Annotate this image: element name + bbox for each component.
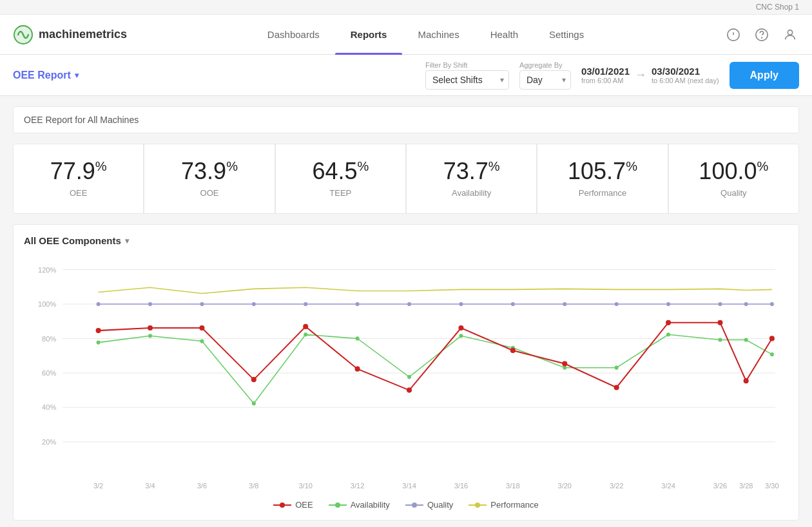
svg-point-37: [200, 302, 204, 306]
svg-point-60: [615, 366, 619, 370]
svg-point-47: [718, 302, 722, 306]
svg-point-83: [335, 503, 340, 508]
chart-header[interactable]: All OEE Components ▾: [24, 235, 788, 246]
apply-button[interactable]: Apply: [730, 62, 799, 89]
date-range: 03/01/2021 from 6:00 AM → 03/30/2021 to …: [581, 66, 719, 84]
svg-text:3/4: 3/4: [145, 482, 155, 490]
svg-text:40%: 40%: [42, 403, 56, 411]
notifications-icon[interactable]: [724, 26, 742, 44]
svg-point-65: [96, 328, 101, 333]
svg-point-42: [459, 302, 463, 306]
svg-point-49: [770, 302, 774, 306]
svg-text:3/14: 3/14: [402, 482, 416, 490]
report-title-dropdown[interactable]: OEE Report ▾: [13, 70, 79, 81]
svg-point-74: [562, 361, 567, 366]
svg-point-77: [717, 320, 722, 325]
svg-point-68: [251, 377, 256, 382]
svg-point-56: [407, 375, 411, 379]
logo[interactable]: machinemetrics: [13, 24, 127, 45]
svg-point-50: [97, 341, 101, 345]
nav-settings[interactable]: Settings: [534, 15, 599, 55]
metric-oee-label: OEE: [26, 188, 130, 198]
date-from: 03/01/2021: [581, 66, 630, 77]
svg-text:3/20: 3/20: [557, 482, 572, 490]
metric-oee: 77.9% OEE: [13, 144, 144, 214]
legend-performance-label: Performance: [490, 500, 538, 510]
help-icon[interactable]: [753, 26, 771, 44]
metric-quality-value: 100.0%: [682, 160, 786, 183]
svg-point-61: [666, 332, 670, 336]
chart-section: All OEE Components ▾ .grid-line { stroke…: [13, 224, 799, 521]
svg-point-63: [744, 338, 748, 341]
svg-point-87: [475, 503, 480, 508]
svg-text:80%: 80%: [42, 334, 56, 342]
date-from-sub: from 6:00 AM: [581, 77, 623, 84]
svg-point-53: [252, 401, 256, 405]
svg-point-54: [304, 332, 307, 336]
metric-cards: 77.9% OEE 73.9% OOE 64.5% TEEP 73.7% Ava…: [13, 144, 799, 214]
svg-point-6: [762, 37, 762, 38]
svg-point-35: [97, 302, 101, 306]
svg-text:3/16: 3/16: [454, 482, 469, 490]
svg-point-81: [280, 503, 285, 508]
svg-point-48: [744, 302, 748, 306]
nav-dashboards[interactable]: Dashboards: [252, 15, 335, 55]
svg-point-39: [304, 302, 307, 306]
date-from-block[interactable]: 03/01/2021 from 6:00 AM: [581, 66, 630, 84]
report-title-chevron: ▾: [75, 71, 79, 80]
chart-container: .grid-line { stroke: #e8e8e8; stroke-wid…: [24, 256, 788, 495]
nav-health[interactable]: Health: [475, 15, 534, 55]
date-to-block[interactable]: 03/30/2021 to 6:00 AM (next day): [652, 66, 719, 84]
metric-quality: 100.0% Quality: [668, 144, 799, 214]
svg-text:20%: 20%: [42, 438, 56, 446]
svg-point-41: [407, 302, 411, 306]
svg-point-69: [303, 324, 308, 329]
shift-select[interactable]: Select Shifts: [425, 70, 509, 90]
aggregate-filter: Aggregate By Day: [519, 61, 571, 90]
availability-line: [99, 334, 772, 403]
svg-text:3/30: 3/30: [765, 482, 779, 490]
svg-text:60%: 60%: [42, 369, 56, 377]
aggregate-select[interactable]: Day: [519, 70, 571, 90]
user-icon[interactable]: [781, 26, 799, 44]
svg-point-71: [407, 388, 412, 393]
svg-text:3/18: 3/18: [506, 482, 520, 490]
legend-oee: OEE: [273, 500, 313, 510]
metric-teep: 64.5% TEEP: [275, 144, 406, 214]
svg-text:3/12: 3/12: [351, 482, 365, 490]
date-arrow: →: [635, 68, 646, 82]
date-to-sub: to 6:00 AM (next day): [652, 77, 719, 84]
main-content: OEE Report for All Machines 77.9% OEE 73…: [0, 96, 812, 527]
svg-point-43: [511, 302, 515, 306]
svg-point-64: [770, 352, 774, 356]
svg-point-7: [788, 30, 792, 34]
shift-filter-label: Filter By Shift: [425, 61, 509, 69]
nav-reports[interactable]: Reports: [335, 15, 403, 55]
svg-point-85: [412, 503, 417, 508]
metric-performance-value: 105.7%: [550, 160, 654, 183]
aggregate-filter-label: Aggregate By: [519, 61, 571, 69]
report-subtitle: OEE Report for All Machines: [13, 106, 799, 133]
metric-ooe-label: OOE: [157, 188, 261, 198]
logo-icon: [13, 24, 34, 45]
logo-text: machinemetrics: [39, 28, 127, 41]
aggregate-select-wrapper[interactable]: Day: [519, 70, 571, 90]
legend-availability-label: Availability: [351, 500, 390, 510]
nav-machines[interactable]: Machines: [402, 15, 474, 55]
chart-svg: .grid-line { stroke: #e8e8e8; stroke-wid…: [24, 256, 788, 495]
metric-teep-label: TEEP: [289, 188, 392, 198]
legend-availability-icon: [329, 502, 347, 508]
legend-oee-icon: [273, 502, 291, 508]
nav-icons: [724, 26, 799, 44]
shift-select-wrapper[interactable]: Select Shifts: [425, 70, 509, 90]
svg-point-55: [356, 336, 360, 340]
svg-point-67: [199, 325, 204, 331]
metric-availability-value: 73.7%: [420, 160, 523, 183]
svg-point-40: [356, 302, 360, 306]
svg-point-76: [666, 320, 671, 325]
performance-line: [99, 287, 772, 293]
svg-point-36: [148, 302, 152, 306]
svg-point-51: [148, 334, 152, 338]
svg-point-62: [718, 338, 722, 341]
svg-point-72: [458, 325, 463, 331]
